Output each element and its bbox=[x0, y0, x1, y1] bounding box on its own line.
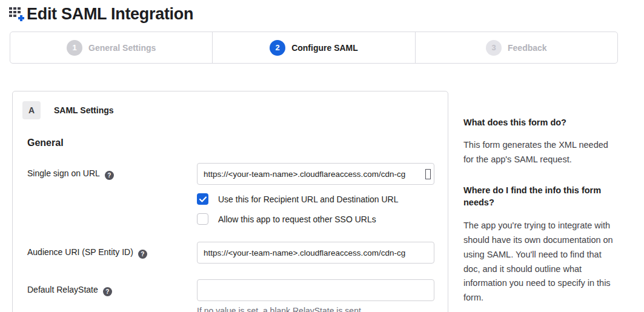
recipient-url-checkbox-row[interactable]: Use this for Recipient URL and Destinati… bbox=[197, 193, 434, 205]
wizard-stepper: 1 General Settings 2 Configure SAML 3 Fe… bbox=[10, 32, 618, 64]
step-label: Feedback bbox=[508, 43, 547, 53]
audience-uri-value: https://<your-team-name>.cloudflareacces… bbox=[204, 248, 405, 257]
sso-url-help-icon[interactable]: ? bbox=[105, 171, 114, 180]
audience-uri-help-icon[interactable]: ? bbox=[138, 250, 147, 259]
audience-uri-control-col: https://<your-team-name>.cloudflareacces… bbox=[197, 242, 434, 264]
relay-state-input[interactable] bbox=[197, 279, 434, 301]
help-body: This form generates the XML needed for t… bbox=[463, 138, 615, 167]
step-label: Configure SAML bbox=[291, 43, 358, 53]
help-body: The app you're trying to integrate with … bbox=[463, 219, 615, 306]
other-sso-checkbox[interactable] bbox=[197, 213, 208, 225]
help-section-what: What does this form do? This form genera… bbox=[463, 116, 615, 167]
text-cursor bbox=[425, 169, 431, 179]
relay-state-help-icon[interactable]: ? bbox=[103, 287, 112, 296]
panel-header: A SAML Settings bbox=[13, 91, 448, 119]
step-configure-saml[interactable]: 2 Configure SAML bbox=[212, 32, 414, 63]
relay-state-row: Default RelayState? If no value is set, … bbox=[27, 279, 433, 312]
help-heading: Where do I find the info this form needs… bbox=[463, 184, 615, 209]
check-icon bbox=[199, 196, 207, 202]
step-number-badge: 3 bbox=[486, 40, 502, 56]
audience-uri-label-col: Audience URI (SP Entity ID)? bbox=[27, 242, 197, 264]
relay-state-helper-text: If no value is set, a blank RelayState i… bbox=[197, 306, 434, 312]
help-heading: What does this form do? bbox=[463, 116, 615, 128]
saml-settings-panel: A SAML Settings General Single sign on U… bbox=[12, 91, 448, 312]
step-general-settings[interactable]: 1 General Settings bbox=[10, 32, 212, 63]
step-number-badge: 2 bbox=[270, 40, 285, 56]
sso-url-input[interactable]: https://<your-team-name>.cloudflareacces… bbox=[197, 163, 434, 185]
sso-url-value: https://<your-team-name>.cloudflareacces… bbox=[204, 170, 405, 179]
audience-uri-input[interactable]: https://<your-team-name>.cloudflareacces… bbox=[197, 242, 434, 264]
relay-state-label: Default RelayState bbox=[27, 285, 98, 294]
audience-uri-row: Audience URI (SP Entity ID)? https://<yo… bbox=[27, 242, 433, 264]
other-sso-checkbox-row[interactable]: Allow this app to request other SSO URLs bbox=[197, 213, 434, 225]
add-app-icon bbox=[8, 5, 25, 23]
section-title: SAML Settings bbox=[54, 105, 114, 115]
sso-url-label: Single sign on URL bbox=[27, 168, 100, 178]
help-sidebar: What does this form do? This form genera… bbox=[463, 116, 615, 305]
sso-url-control-col: https://<your-team-name>.cloudflareacces… bbox=[197, 163, 434, 225]
sso-url-row: Single sign on URL? https://<your-team-n… bbox=[27, 163, 433, 225]
step-feedback[interactable]: 3 Feedback bbox=[415, 32, 617, 63]
page-title: Edit SAML Integration bbox=[27, 5, 193, 24]
general-heading: General bbox=[27, 138, 433, 148]
audience-uri-label: Audience URI (SP Entity ID) bbox=[27, 247, 133, 257]
relay-state-control-col: If no value is set, a blank RelayState i… bbox=[197, 279, 434, 312]
step-number-badge: 1 bbox=[67, 40, 82, 56]
recipient-url-checkbox-label: Use this for Recipient URL and Destinati… bbox=[218, 194, 399, 204]
sso-url-label-col: Single sign on URL? bbox=[27, 163, 197, 225]
recipient-url-checkbox[interactable] bbox=[197, 193, 208, 205]
other-sso-checkbox-label: Allow this app to request other SSO URLs bbox=[218, 214, 376, 224]
main-content: A SAML Settings General Single sign on U… bbox=[0, 91, 644, 312]
section-a-badge: A bbox=[22, 101, 41, 119]
page-header: Edit SAML Integration bbox=[0, 0, 644, 24]
relay-state-label-col: Default RelayState? bbox=[27, 279, 197, 312]
panel-body: General Single sign on URL? https://<you… bbox=[13, 138, 448, 312]
step-label: General Settings bbox=[88, 43, 156, 53]
help-section-where: Where do I find the info this form needs… bbox=[463, 184, 615, 305]
